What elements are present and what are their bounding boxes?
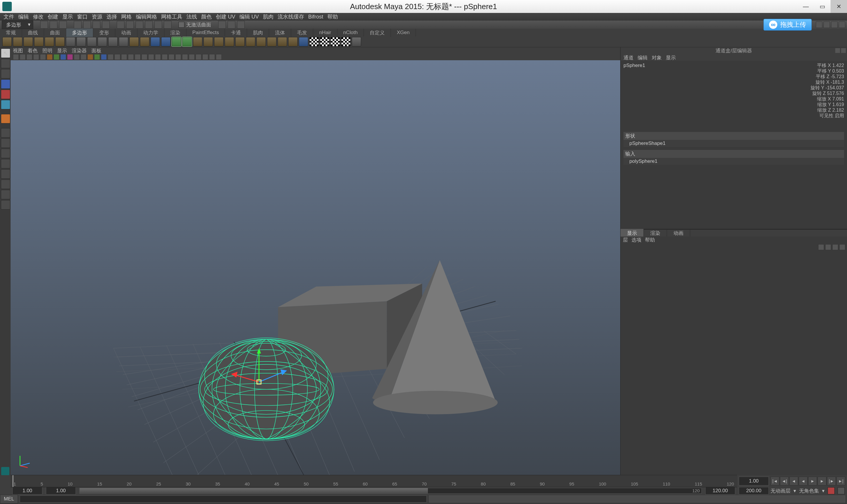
menu-item[interactable]: 法线 [187, 13, 197, 20]
shelf-button[interactable] [214, 37, 224, 47]
range-in-field[interactable]: 1.00 [46, 487, 76, 494]
layout-four[interactable] [1, 139, 10, 148]
menu-item[interactable]: 网格 [121, 13, 132, 20]
statusline-icon[interactable] [154, 21, 162, 29]
viewport-icon-button[interactable] [175, 54, 181, 60]
range-start-field[interactable]: 1.00 [12, 487, 42, 494]
statusline-icon[interactable] [50, 21, 57, 29]
shelf-button[interactable] [13, 37, 22, 47]
layer-tab[interactable]: 渲染 [644, 229, 667, 237]
layer-menu-item[interactable]: 层 [623, 237, 628, 243]
viewport-menu-item[interactable]: 着色 [28, 47, 38, 54]
shelf-button[interactable] [320, 37, 329, 47]
panel-icon[interactable] [835, 48, 840, 53]
viewport-icon-button[interactable] [53, 54, 59, 60]
channelbox-menu[interactable]: 显示 [666, 54, 676, 61]
statusline-icon[interactable] [126, 21, 134, 29]
channel-attr-row[interactable]: 缩放 Y 1.619 [811, 102, 844, 107]
character-set-dropdown[interactable]: 无角色集 [799, 488, 819, 494]
shelf-button[interactable] [23, 37, 33, 47]
shelf-tab[interactable]: 肌肉 [247, 29, 269, 37]
shelf-button[interactable] [299, 37, 308, 47]
menu-item[interactable]: 创建 UV [216, 13, 235, 20]
layout-two-stack[interactable] [1, 159, 10, 168]
channelbox-menu[interactable]: 对象 [652, 54, 662, 61]
anim-layer-dropdown[interactable]: 无动画层 [771, 488, 791, 494]
menu-item[interactable]: 窗口 [77, 13, 88, 20]
menu-item[interactable]: 修改 [33, 13, 44, 20]
viewport-icon-button[interactable] [216, 54, 222, 60]
viewport-icon-button[interactable] [155, 54, 161, 60]
menu-item[interactable]: 编辑 UV [239, 13, 259, 20]
shape-node[interactable]: pSphereShape1 [623, 140, 844, 147]
shelf-button[interactable] [172, 37, 181, 47]
viewport-icon-button[interactable] [162, 54, 168, 60]
layout-graph[interactable] [1, 180, 10, 189]
viewport-icon-button[interactable] [141, 54, 148, 60]
viewport-icon-button[interactable] [182, 54, 188, 60]
statusline-icon[interactable] [117, 21, 124, 29]
mini-icon[interactable] [831, 21, 837, 28]
channel-attr-row[interactable]: 旋转 X -181.3 [811, 79, 844, 85]
current-frame-field[interactable]: 1.00 [739, 477, 769, 485]
set-key-button[interactable] [828, 487, 835, 494]
menu-item[interactable]: 编辑网格 [136, 13, 157, 20]
layout-persp-outliner[interactable] [1, 169, 10, 179]
channel-attr-row[interactable]: 平移 Z -5.723 [811, 74, 844, 79]
viewport-icon-button[interactable] [27, 54, 32, 60]
channel-attr-row[interactable]: 可见性 启用 [811, 113, 844, 119]
shelf-button[interactable] [129, 37, 139, 47]
viewport-icon-button[interactable] [13, 54, 19, 60]
shelf-button[interactable] [2, 37, 12, 47]
play-back-button[interactable]: ◄ [799, 477, 808, 485]
statusline-icon[interactable] [237, 21, 245, 29]
channel-attr-row[interactable]: 平移 X 1.422 [811, 62, 844, 68]
go-start-button[interactable]: |◄ [771, 477, 779, 485]
viewport-icon-button[interactable] [189, 54, 195, 60]
channel-attr-row[interactable]: 缩放 Z 2.182 [811, 107, 844, 113]
viewport-icon-button[interactable] [148, 54, 154, 60]
layer-tool-icon[interactable] [840, 244, 845, 250]
menu-item[interactable]: 显示 [62, 13, 73, 20]
shelf-button[interactable] [331, 37, 340, 47]
layer-tool-icon[interactable] [818, 244, 824, 250]
viewport-icon-button[interactable] [67, 54, 73, 60]
viewport-menu-item[interactable]: 视图 [13, 47, 23, 54]
select-tool[interactable]: ↖ [1, 49, 10, 58]
viewport-icon-button[interactable] [195, 54, 202, 60]
shelf-tab[interactable]: 常规 [0, 29, 22, 37]
range-out-field[interactable]: 120.00 [705, 487, 735, 494]
channel-attr-row[interactable]: 平移 Y 0.503 [811, 68, 844, 74]
viewport-icon-button[interactable] [101, 54, 107, 60]
statusline-icon[interactable] [145, 21, 153, 29]
live-surface-checkbox[interactable] [178, 22, 185, 28]
shelf-tab[interactable]: nCloth [337, 29, 364, 36]
layout-single[interactable] [1, 128, 10, 138]
panel-close-icon[interactable] [841, 48, 846, 53]
last-tool[interactable] [1, 114, 10, 123]
menu-item[interactable]: 文件 [3, 13, 14, 20]
play-forward-button[interactable]: ► [808, 477, 817, 485]
shelf-button[interactable] [66, 37, 75, 47]
viewport-icon-button[interactable] [20, 54, 25, 60]
range-slider-track[interactable]: 120 [80, 488, 702, 494]
rotate-tool[interactable] [1, 90, 10, 99]
mini-icon[interactable] [816, 21, 822, 28]
layer-tool-icon[interactable] [832, 244, 838, 250]
shelf-button[interactable] [55, 37, 65, 47]
viewport-icon-button[interactable] [81, 54, 86, 60]
step-forward-key-button[interactable]: |► [827, 477, 836, 485]
shelf-button[interactable] [341, 37, 350, 47]
shelf-tab[interactable]: 动力学 [137, 29, 165, 37]
shelf-button[interactable] [34, 37, 44, 47]
move-tool[interactable] [1, 79, 10, 89]
shelf-tab[interactable]: 流体 [269, 29, 291, 37]
shelf-button[interactable] [87, 37, 97, 47]
shelf-tab[interactable]: 卡通 [225, 29, 247, 37]
channelbox-menu[interactable]: 通道 [623, 54, 634, 61]
step-forward-button[interactable]: ► [817, 477, 826, 485]
channel-attr-row[interactable]: 缩放 X 7.091 [811, 96, 844, 102]
shelf-button[interactable] [161, 37, 171, 47]
statusline-icon[interactable] [164, 21, 171, 29]
step-back-key-button[interactable]: ◄| [780, 477, 789, 485]
